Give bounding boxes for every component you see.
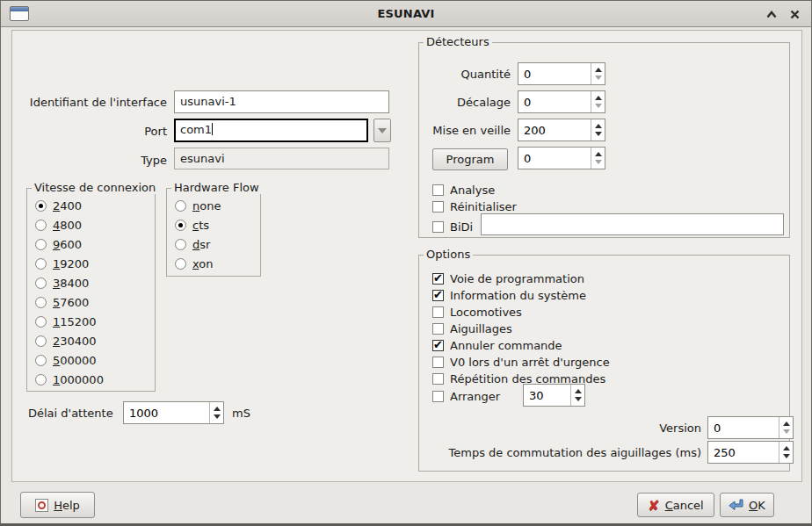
radio-flow-none[interactable]: none [167, 196, 260, 215]
radio-flow-xon[interactable]: xon [167, 254, 260, 273]
spinner-buttons[interactable] [779, 417, 793, 438]
type-label: Type [12, 154, 167, 167]
arrange-input[interactable] [524, 385, 570, 406]
radio-speed-9600[interactable]: 9600 [27, 234, 155, 254]
radio-icon [175, 200, 186, 212]
identifier-input-field[interactable] [180, 95, 383, 108]
spin-down-icon [783, 429, 790, 434]
port-label: Port [12, 125, 167, 138]
timeout-label: Délai d'attente [28, 407, 113, 420]
checkbox-icon [432, 221, 444, 233]
spin-down-icon [595, 160, 602, 164]
radio-speed-38400[interactable]: 38400 [27, 273, 155, 292]
bidi-input-field[interactable] [487, 218, 778, 231]
program-spinbox[interactable] [518, 147, 605, 169]
timeout-input[interactable] [124, 402, 209, 423]
checkbox-locomotives[interactable]: Locomotives [432, 305, 522, 319]
radio-speed-1000000[interactable]: 1000000 [27, 370, 155, 389]
chevron-down-icon [378, 128, 387, 133]
sleep-spinbox[interactable] [518, 119, 605, 141]
checkbox-v0-arret-urgence[interactable]: V0 lors d'un arrêt d'urgence [432, 355, 610, 369]
program-input[interactable] [518, 148, 591, 169]
speed-frame-title: Vitesse de connexion [32, 181, 158, 194]
cancel-button[interactable]: ✘ Cancel [637, 493, 714, 517]
type-value: esunavi [174, 148, 389, 169]
checkbox-annuler-commande[interactable]: Annuler commande [432, 338, 562, 352]
radio-speed-19200[interactable]: 19200 [27, 254, 155, 273]
radio-icon [35, 200, 47, 212]
chevron-up-icon [766, 11, 777, 18]
ok-return-arrow-icon [729, 499, 743, 512]
offset-spinbox[interactable] [518, 90, 605, 113]
radio-icon [175, 239, 186, 250]
radio-icon [35, 316, 47, 328]
spin-down-icon [595, 132, 602, 136]
help-icon [35, 499, 48, 512]
checkbox-checked-icon [432, 273, 444, 285]
spin-up-icon [575, 389, 582, 393]
switch-time-spinbox[interactable] [707, 441, 794, 464]
arrange-spinbox[interactable] [523, 384, 585, 407]
spin-up-icon [595, 124, 602, 128]
quantity-input[interactable] [518, 63, 591, 84]
spinner-buttons[interactable] [779, 442, 793, 463]
quantity-spinbox[interactable] [518, 62, 605, 85]
program-button[interactable]: Program [432, 148, 508, 170]
ok-button[interactable]: OK [720, 493, 774, 517]
offset-input[interactable] [518, 91, 591, 112]
titlebar: ESUNAVI [1, 1, 811, 27]
radio-icon [35, 355, 47, 366]
spinner-buttons[interactable] [570, 385, 584, 406]
close-icon [790, 10, 800, 19]
shade-button[interactable] [764, 7, 779, 21]
checkbox-icon [432, 391, 444, 402]
checkbox-analyse[interactable]: Analyse [432, 183, 495, 197]
radio-speed-4800[interactable]: 4800 [27, 215, 155, 234]
close-button[interactable] [787, 7, 802, 21]
quantity-label: Quantité [419, 68, 511, 81]
spin-up-icon [595, 96, 602, 100]
checkbox-icon [432, 306, 444, 318]
radio-icon [35, 277, 47, 289]
checkbox-aiguillages[interactable]: Aiguillages [432, 321, 512, 335]
spin-up-icon [214, 407, 221, 411]
sleep-input[interactable] [518, 119, 591, 141]
identifier-input[interactable] [174, 90, 389, 113]
spin-up-icon [595, 152, 602, 156]
bidi-input[interactable] [481, 213, 784, 235]
port-dropdown-button[interactable] [373, 119, 391, 142]
version-input[interactable] [708, 417, 779, 438]
radio-speed-57600[interactable]: 57600 [27, 292, 155, 312]
radio-speed-230400[interactable]: 230400 [27, 331, 155, 350]
checkbox-reinitialiser[interactable]: Réinitialiser [432, 199, 517, 213]
spinner-buttons[interactable] [591, 119, 605, 141]
detectors-frame: Détecteurs Quantité Décalage Mise en vei… [418, 42, 790, 238]
spin-up-icon [595, 68, 602, 72]
checkbox-voie-programmation[interactable]: Voie de programmation [432, 271, 584, 285]
radio-speed-2400[interactable]: 2400 [27, 196, 155, 215]
spinner-buttons[interactable] [591, 148, 605, 169]
timeout-spinbox[interactable] [123, 401, 224, 424]
spinner-buttons[interactable] [591, 63, 605, 84]
offset-label: Décalage [419, 96, 511, 109]
switch-time-label: Temps de commutation des aiguillages (ms… [419, 446, 701, 459]
checkbox-arranger[interactable]: Arranger [432, 389, 500, 403]
checkbox-information-systeme[interactable]: Information du système [432, 288, 586, 302]
radio-speed-115200[interactable]: 115200 [27, 312, 155, 331]
radio-flow-dsr[interactable]: dsr [167, 234, 260, 254]
spinner-buttons[interactable] [209, 402, 223, 423]
checkbox-checked-icon [432, 290, 444, 301]
radio-icon [35, 335, 47, 347]
options-frame-title: Options [424, 248, 473, 261]
port-combo: com1 [174, 119, 391, 142]
switch-time-input[interactable] [708, 442, 779, 463]
port-input[interactable]: com1 [174, 119, 368, 142]
version-spinbox[interactable] [707, 416, 794, 439]
checkbox-bidi[interactable]: BiDi [432, 220, 473, 234]
window-title: ESUNAVI [1, 7, 811, 20]
spin-down-icon [214, 414, 221, 419]
help-button[interactable]: Help [20, 492, 95, 518]
radio-speed-500000[interactable]: 500000 [27, 350, 155, 370]
spinner-buttons[interactable] [591, 91, 605, 112]
radio-flow-cts[interactable]: cts [167, 215, 260, 234]
